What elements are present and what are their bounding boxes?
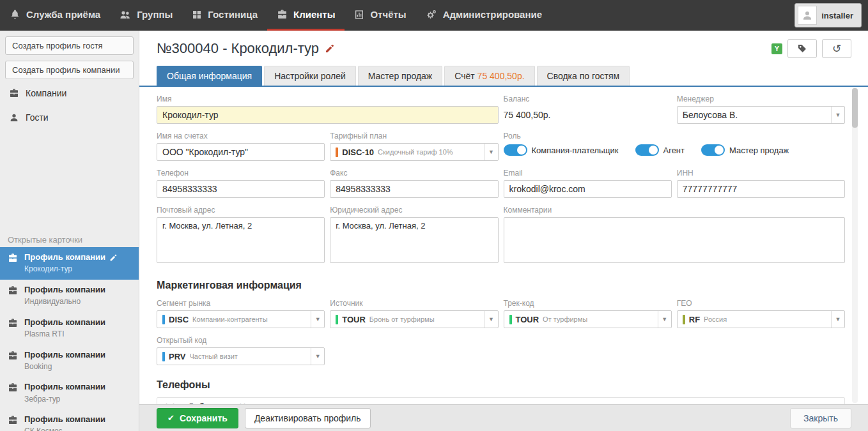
market-segment-select[interactable]: DISC Компании-контрагенты ▼ <box>157 310 325 328</box>
tab-general-info[interactable]: Общая информация <box>157 66 262 86</box>
nav-label: Отчёты <box>370 9 406 20</box>
tariff-select[interactable]: DISC-10 Скидочный тариф 10% ▼ <box>330 143 498 161</box>
toggle-company-payer[interactable]: Компания-плательщик <box>504 144 619 156</box>
track-code: TOUR <box>516 315 539 324</box>
create-company-profile-button[interactable]: Создать профиль компании <box>5 61 134 79</box>
fax-input[interactable] <box>330 180 498 198</box>
phones-section-title: Телефоны <box>157 379 845 391</box>
tab-invoice-amount: 75 400,50р. <box>477 71 525 81</box>
inn-label: ИНН <box>677 169 845 178</box>
card-subtitle: Крокодил-тур <box>24 264 72 273</box>
postal-address-label: Почтовый адрес <box>157 206 325 215</box>
track-color-bar <box>509 315 512 324</box>
legal-address-textarea[interactable]: г. Москва, ул. Летная, 2 <box>330 217 498 263</box>
card-subtitle: Индивидуально <box>24 297 81 306</box>
nav-groups[interactable]: Группы <box>110 0 182 31</box>
nav-clients[interactable]: Клиенты <box>267 0 345 31</box>
nav-hotel[interactable]: Гостиница <box>182 0 267 31</box>
sidebar-item-companies[interactable]: Компании <box>0 83 139 103</box>
open-card-plasma-rti[interactable]: Профиль компании Plasma RTI <box>0 312 139 345</box>
track-desc: От турфирмы <box>543 315 587 323</box>
nav-administration[interactable]: Администрирование <box>416 0 552 31</box>
vertical-scrollbar[interactable] <box>852 88 858 403</box>
tab-role-settings[interactable]: Настройки ролей <box>264 66 356 86</box>
balance-value: 75 400,50р. <box>504 106 672 120</box>
segment-code: DISC <box>169 315 189 324</box>
tariff-color-bar <box>336 147 338 157</box>
nav-reports[interactable]: Отчёты <box>345 0 415 31</box>
source-desc: Бронь от турфирмы <box>369 315 435 323</box>
role-label: Роль <box>504 132 846 140</box>
tab-invoice[interactable]: Счёт 75 400,50р. <box>444 66 534 86</box>
geo-color-bar <box>683 315 685 324</box>
open-cards-heading: Открытые карточки <box>0 230 139 247</box>
segment-color-bar <box>162 315 165 324</box>
pencil-icon <box>109 253 118 262</box>
open-card-booking[interactable]: Профиль компании Booking <box>0 345 139 377</box>
scrollbar-thumb[interactable] <box>852 88 858 128</box>
card-title: Профиль компании <box>24 252 105 262</box>
toggle-sales-master[interactable]: Мастер продаж <box>701 144 789 156</box>
track-code-label: Трек-код <box>504 299 672 308</box>
nav-label: Группы <box>137 9 173 20</box>
phones-toolbar: ⋮⋮ Добавить Удалить <box>157 397 845 404</box>
phones-add-button[interactable]: Добавить <box>188 402 228 405</box>
open-card-sk-kosmos[interactable]: Профиль компании СК Космос <box>0 409 139 431</box>
phone-label: Телефон <box>157 169 325 178</box>
nav-label: Администрирование <box>443 9 542 20</box>
deactivate-profile-button[interactable]: Деактивировать профиль <box>245 408 371 428</box>
create-guest-profile-button[interactable]: Создать профиль гостя <box>5 36 134 55</box>
billing-name-input[interactable] <box>157 143 325 161</box>
user-menu[interactable]: installer <box>794 3 862 27</box>
open-card-zebra-tur[interactable]: Профиль компании Зебра-тур <box>0 377 139 409</box>
card-title: Профиль компании <box>24 414 105 425</box>
briefcase-icon <box>9 88 19 98</box>
phones-delete-button[interactable]: Удалить <box>240 402 272 405</box>
source-label: Источник <box>330 299 498 308</box>
geo-select[interactable]: RF Россия ▼ <box>677 310 845 328</box>
email-input[interactable] <box>504 180 672 198</box>
report-icon <box>354 10 364 20</box>
avatar <box>798 6 817 25</box>
manager-label: Менеджер <box>677 95 845 103</box>
open-code-select[interactable]: PRV Частный визит ▼ <box>157 347 325 365</box>
billing-name-label: Имя на счетах <box>157 132 325 140</box>
nav-label: Служба приёма <box>26 9 100 20</box>
briefcase-icon <box>8 351 18 361</box>
postal-address-textarea[interactable]: г. Москва, ул. Летная, 2 <box>157 217 325 263</box>
open-card-krokodil-tur[interactable]: Профиль компании Крокодил-тур <box>0 247 139 280</box>
source-select[interactable]: TOUR Бронь от турфирмы ▼ <box>330 310 498 328</box>
sidebar-item-label: Компании <box>26 88 66 98</box>
toggle-switch-on <box>701 144 725 156</box>
close-button[interactable]: Закрыть <box>790 408 851 428</box>
nav-front-desk[interactable]: Служба приёма <box>0 0 110 31</box>
manager-select[interactable]: Белоусова В. ▼ <box>677 106 845 124</box>
tab-guest-summary[interactable]: Сводка по гостям <box>537 66 630 86</box>
open-card-individualno[interactable]: Профиль компании Индивидуально <box>0 280 139 312</box>
toggle-switch-on <box>504 144 527 156</box>
drag-handle-icon[interactable]: ⋮⋮ <box>162 402 176 405</box>
history-button[interactable]: ↺ <box>822 39 851 58</box>
people-icon <box>120 9 131 20</box>
card-subtitle: Booking <box>24 362 52 371</box>
save-button[interactable]: ✔ Сохранить <box>157 408 238 428</box>
sidebar-item-guests[interactable]: Гости <box>0 107 139 128</box>
geo-code: RF <box>689 315 700 324</box>
edit-title-pencil-icon[interactable] <box>325 43 335 54</box>
inn-input[interactable] <box>677 180 845 198</box>
tab-sales-master[interactable]: Мастер продаж <box>358 66 443 86</box>
person-icon <box>9 112 19 123</box>
toggle-label: Мастер продаж <box>729 146 789 155</box>
phone-input[interactable] <box>157 180 325 198</box>
profile-form-scroll-area: Имя Баланс 75 400,50р. Менеджер Белоусов… <box>139 87 868 404</box>
app-window: Служба приёма Группы Гостиница Клиенты О… <box>0 0 868 431</box>
tag-icon <box>797 43 807 54</box>
comments-textarea[interactable] <box>504 217 846 263</box>
tags-button[interactable] <box>787 39 817 58</box>
toggle-agent[interactable]: Агент <box>635 144 685 156</box>
track-code-select[interactable]: TOUR От турфирмы ▼ <box>504 310 672 328</box>
card-title: Профиль компании <box>24 285 105 295</box>
fax-label: Факс <box>330 169 498 178</box>
name-input[interactable] <box>157 106 499 124</box>
toggle-switch-on <box>635 144 659 156</box>
